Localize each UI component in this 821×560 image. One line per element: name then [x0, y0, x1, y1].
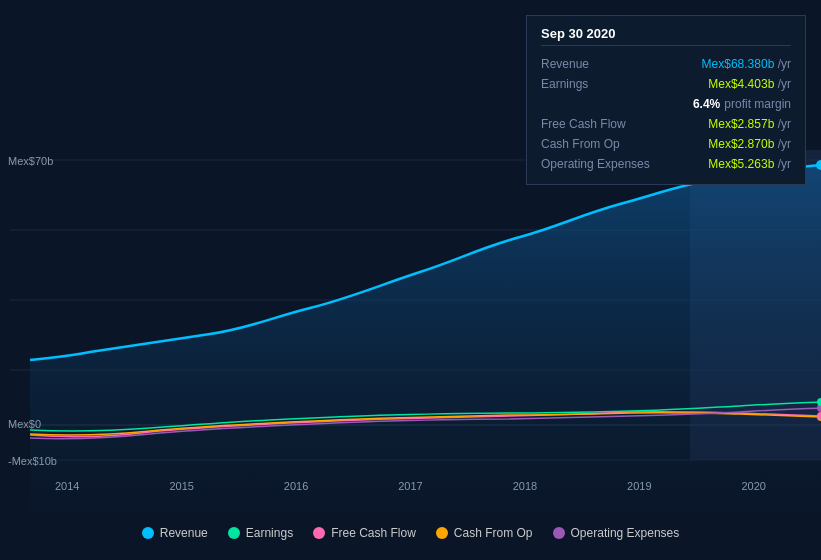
y-label-neg10: -Mex$10b — [8, 455, 57, 467]
x-label-2016: 2016 — [284, 480, 308, 492]
legend-label-earnings: Earnings — [246, 526, 293, 540]
tooltip-cashop-label: Cash From Op — [541, 137, 661, 151]
legend-label-opex: Operating Expenses — [571, 526, 680, 540]
tooltip-date: Sep 30 2020 — [541, 26, 791, 46]
tooltip-earnings-row: Earnings Mex$4.403b /yr — [541, 74, 791, 94]
legend-opex[interactable]: Operating Expenses — [553, 526, 680, 540]
legend-dot-fcf — [313, 527, 325, 539]
tooltip-earnings-value: Mex$4.403b /yr — [708, 77, 791, 91]
legend-revenue[interactable]: Revenue — [142, 526, 208, 540]
tooltip-cashop-row: Cash From Op Mex$2.870b /yr — [541, 134, 791, 154]
tooltip-margin-row: 6.4% profit margin — [541, 94, 791, 114]
x-label-2014: 2014 — [55, 480, 79, 492]
tooltip-opex-label: Operating Expenses — [541, 157, 661, 171]
chart-container: Sep 30 2020 Revenue Mex$68.380b /yr Earn… — [0, 0, 821, 560]
legend-cashop[interactable]: Cash From Op — [436, 526, 533, 540]
legend-label-revenue: Revenue — [160, 526, 208, 540]
tooltip-fcf-row: Free Cash Flow Mex$2.857b /yr — [541, 114, 791, 134]
legend-fcf[interactable]: Free Cash Flow — [313, 526, 416, 540]
legend-dot-cashop — [436, 527, 448, 539]
tooltip-revenue-label: Revenue — [541, 57, 661, 71]
legend-label-fcf: Free Cash Flow — [331, 526, 416, 540]
x-label-2015: 2015 — [169, 480, 193, 492]
x-labels: 2014 2015 2016 2017 2018 2019 2020 — [0, 480, 821, 492]
tooltip-margin-value: 6.4% — [693, 97, 720, 111]
y-label-70: Mex$70b — [8, 155, 53, 167]
tooltip-opex-value: Mex$5.263b /yr — [708, 157, 791, 171]
legend-dot-revenue — [142, 527, 154, 539]
legend-earnings[interactable]: Earnings — [228, 526, 293, 540]
tooltip-revenue-value: Mex$68.380b /yr — [702, 57, 791, 71]
tooltip-fcf-value: Mex$2.857b /yr — [708, 117, 791, 131]
x-label-2017: 2017 — [398, 480, 422, 492]
x-label-2018: 2018 — [513, 480, 537, 492]
legend: Revenue Earnings Free Cash Flow Cash Fro… — [0, 526, 821, 540]
tooltip-panel: Sep 30 2020 Revenue Mex$68.380b /yr Earn… — [526, 15, 806, 185]
legend-dot-opex — [553, 527, 565, 539]
tooltip-margin-label: profit margin — [724, 97, 791, 111]
tooltip-opex-row: Operating Expenses Mex$5.263b /yr — [541, 154, 791, 174]
tooltip-cashop-value: Mex$2.870b /yr — [708, 137, 791, 151]
legend-dot-earnings — [228, 527, 240, 539]
tooltip-earnings-label: Earnings — [541, 77, 661, 91]
tooltip-revenue-row: Revenue Mex$68.380b /yr — [541, 54, 791, 74]
tooltip-fcf-label: Free Cash Flow — [541, 117, 661, 131]
legend-label-cashop: Cash From Op — [454, 526, 533, 540]
x-label-2020: 2020 — [742, 480, 766, 492]
x-label-2019: 2019 — [627, 480, 651, 492]
y-label-0: Mex$0 — [8, 418, 41, 430]
